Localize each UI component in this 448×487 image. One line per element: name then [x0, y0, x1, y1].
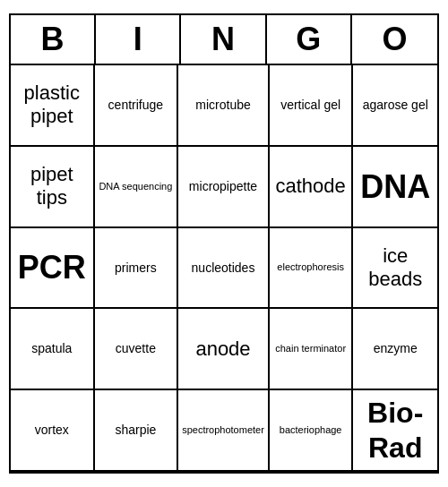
bingo-cell-text: DNA [360, 167, 430, 206]
bingo-cell: spatula [11, 309, 95, 390]
bingo-cell: PCR [11, 228, 95, 310]
bingo-cell-text: bacteriophage [280, 424, 342, 436]
bingo-cell: pipet tips [11, 147, 95, 228]
header-letter: B [11, 15, 96, 64]
bingo-cell: bacteriophage [270, 390, 354, 472]
bingo-cell: cathode [270, 147, 354, 228]
bingo-cell-text: Bio-Rad [357, 396, 434, 465]
bingo-cell-text: chain terminator [275, 343, 346, 355]
bingo-cell-text: ice beads [357, 244, 434, 292]
header-letter: N [181, 15, 266, 64]
header-letter: G [267, 15, 352, 64]
bingo-cell: micropipette [178, 147, 270, 228]
bingo-cell-text: vertical gel [280, 98, 340, 113]
bingo-cell: centrifuge [95, 65, 179, 147]
bingo-cell: vortex [11, 390, 95, 472]
bingo-cell: ice beads [353, 228, 437, 310]
bingo-cell-text: enzyme [374, 341, 418, 356]
bingo-cell: chain terminator [270, 309, 354, 390]
bingo-cell-text: anode [195, 337, 250, 361]
bingo-cell-text: plastic pipet [14, 81, 90, 129]
bingo-header: BINGO [9, 13, 439, 64]
bingo-cell: agarose gel [353, 65, 437, 147]
bingo-cell-text: sharpie [115, 423, 156, 438]
bingo-cell-text: microtube [195, 98, 250, 113]
bingo-cell: nucleotides [178, 228, 270, 310]
bingo-cell-text: cathode [275, 175, 345, 198]
bingo-grid: plastic pipetcentrifugemicrotubevertical… [9, 64, 439, 474]
bingo-cell: cuvette [95, 309, 179, 390]
bingo-cell-text: spatula [31, 341, 72, 356]
bingo-cell: microtube [178, 65, 270, 147]
bingo-cell: spectrophotometer [178, 390, 270, 472]
bingo-cell: primers [95, 228, 179, 310]
bingo-cell: anode [178, 309, 270, 390]
bingo-cell-text: electrophoresis [277, 261, 344, 273]
bingo-cell: enzyme [353, 309, 437, 390]
bingo-cell-text: nucleotides [192, 261, 255, 276]
bingo-cell-text: primers [115, 261, 157, 276]
bingo-cell-text: PCR [18, 248, 86, 286]
bingo-cell: electrophoresis [270, 228, 354, 310]
bingo-cell: sharpie [95, 390, 179, 472]
bingo-card: BINGO plastic pipetcentrifugemicrotubeve… [9, 13, 439, 474]
bingo-cell: DNA [353, 147, 437, 228]
bingo-cell-text: cuvette [116, 341, 156, 356]
bingo-cell: DNA sequencing [95, 147, 179, 228]
bingo-cell-text: centrifuge [108, 98, 163, 113]
bingo-cell-text: agarose gel [363, 98, 428, 113]
header-letter: I [96, 15, 181, 64]
bingo-cell-text: micropipette [189, 179, 257, 194]
bingo-cell-text: vortex [35, 423, 69, 438]
bingo-cell: vertical gel [270, 65, 354, 147]
bingo-cell-text: pipet tips [14, 163, 90, 210]
bingo-cell-text: spectrophotometer [182, 424, 264, 436]
bingo-cell-text: DNA sequencing [99, 181, 172, 192]
bingo-cell: Bio-Rad [353, 390, 437, 472]
bingo-cell: plastic pipet [11, 65, 95, 147]
header-letter: O [352, 15, 437, 64]
